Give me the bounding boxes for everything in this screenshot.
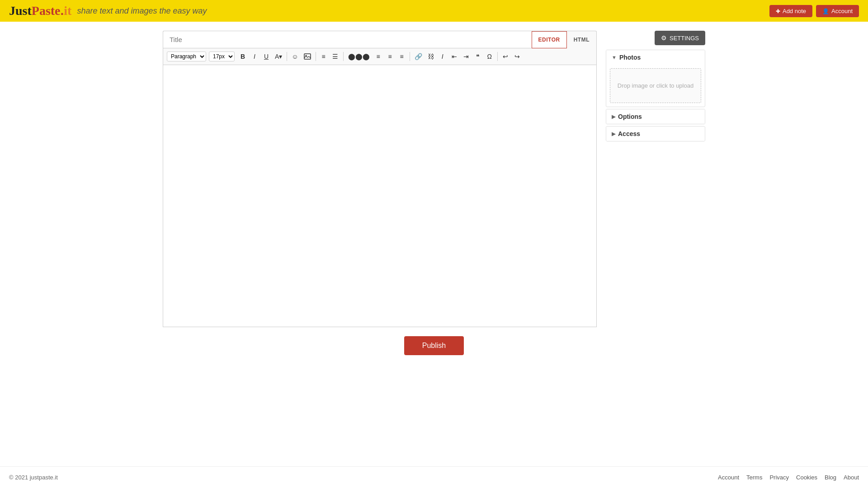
numbered-list-button[interactable]: ☰ bbox=[330, 51, 341, 62]
tab-editor[interactable]: EDITOR bbox=[532, 31, 567, 48]
toolbar-separator-2 bbox=[316, 52, 316, 61]
underline-button[interactable]: U bbox=[261, 51, 272, 62]
copyright: © 2021 justpaste.it bbox=[9, 474, 58, 481]
footer-links: Account Terms Privacy Cookies Blog About bbox=[718, 474, 859, 481]
redo-button[interactable]: ↪ bbox=[512, 51, 523, 62]
indent-increase-button[interactable]: ⇥ bbox=[461, 51, 472, 62]
logo: JustPaste.it bbox=[9, 4, 71, 18]
footer: © 2021 justpaste.it Account Terms Privac… bbox=[0, 466, 868, 488]
publish-area: Publish bbox=[163, 336, 705, 355]
footer-link-cookies[interactable]: Cookies bbox=[796, 474, 817, 481]
footer-link-blog[interactable]: Blog bbox=[825, 474, 836, 481]
plus-icon bbox=[776, 8, 780, 14]
chevron-right-icon-options: ▶ bbox=[612, 114, 615, 120]
options-label: Options bbox=[618, 113, 642, 120]
clear-format-button[interactable]: Ω bbox=[484, 51, 495, 62]
publish-button[interactable]: Publish bbox=[404, 336, 464, 355]
font-size-select[interactable]: 17px bbox=[209, 52, 235, 61]
footer-link-about[interactable]: About bbox=[844, 474, 859, 481]
italic2-button[interactable]: I bbox=[437, 51, 448, 62]
align-right-button[interactable]: ≡ bbox=[385, 51, 396, 62]
text-color-button[interactable]: A▾ bbox=[273, 51, 284, 62]
photos-label: Photos bbox=[619, 54, 641, 61]
toolbar-separator-4 bbox=[410, 52, 410, 61]
tab-html[interactable]: HTML bbox=[567, 31, 596, 48]
photos-drop-text: Drop image or click to upload bbox=[618, 82, 693, 89]
editor-container: EDITOR HTML Paragraph 17px B I U A▾ ☺ bbox=[163, 31, 705, 327]
sidebar-section-options: ▶ Options bbox=[606, 109, 705, 124]
footer-link-privacy[interactable]: Privacy bbox=[769, 474, 789, 481]
link-button[interactable]: 🔗 bbox=[412, 51, 425, 62]
header: JustPaste.it share text and images the e… bbox=[0, 0, 868, 22]
access-section-header[interactable]: ▶ Access bbox=[606, 127, 705, 141]
unlink-button[interactable]: ⛓ bbox=[425, 51, 436, 62]
add-note-button[interactable]: Add note bbox=[769, 5, 812, 17]
image-button[interactable] bbox=[302, 51, 313, 62]
sidebar-section-access: ▶ Access bbox=[606, 126, 705, 141]
editor-body[interactable] bbox=[163, 65, 597, 327]
toolbar-separator-5 bbox=[497, 52, 498, 61]
logo-paste: Paste bbox=[32, 4, 61, 18]
indent-decrease-button[interactable]: ⇤ bbox=[449, 51, 460, 62]
footer-link-terms[interactable]: Terms bbox=[746, 474, 762, 481]
chevron-right-icon-access: ▶ bbox=[612, 131, 615, 137]
sidebar: SETTINGS ▼ Photos Drop image or click to… bbox=[606, 31, 705, 143]
emoji-button[interactable]: ☺ bbox=[289, 51, 300, 62]
undo-button[interactable]: ↩ bbox=[500, 51, 511, 62]
sidebar-section-photos: ▼ Photos Drop image or click to upload bbox=[606, 50, 705, 107]
footer-link-account[interactable]: Account bbox=[718, 474, 739, 481]
paragraph-select[interactable]: Paragraph bbox=[167, 52, 206, 61]
align-justify-button[interactable]: ≡ bbox=[396, 51, 407, 62]
logo-just: Just bbox=[9, 4, 32, 18]
bullet-list-button[interactable]: ≡ bbox=[318, 51, 329, 62]
editor-panel: EDITOR HTML Paragraph 17px B I U A▾ ☺ bbox=[163, 31, 597, 327]
italic-button[interactable]: I bbox=[249, 51, 260, 62]
toolbar-separator-1 bbox=[287, 52, 287, 61]
settings-button[interactable]: SETTINGS bbox=[655, 31, 705, 45]
account-button[interactable]: Account bbox=[816, 5, 859, 17]
svg-rect-0 bbox=[304, 54, 311, 59]
align-center-button[interactable]: ≡ bbox=[373, 51, 384, 62]
photos-section-header[interactable]: ▼ Photos bbox=[606, 50, 705, 65]
access-label: Access bbox=[618, 130, 640, 137]
toolbar-separator-3 bbox=[343, 52, 344, 61]
photos-drop-zone[interactable]: Drop image or click to upload bbox=[610, 68, 701, 103]
user-icon bbox=[822, 8, 829, 14]
header-actions: Add note Account bbox=[769, 5, 859, 17]
bold-button[interactable]: B bbox=[237, 51, 248, 62]
options-section-header[interactable]: ▶ Options bbox=[606, 109, 705, 124]
align-left-button[interactable]: ⬤⬤⬤ bbox=[346, 51, 372, 62]
toolbar: Paragraph 17px B I U A▾ ☺ bbox=[163, 48, 597, 65]
tagline: share text and images the easy way bbox=[77, 6, 207, 16]
title-input[interactable] bbox=[163, 31, 532, 48]
logo-area: JustPaste.it share text and images the e… bbox=[9, 4, 207, 18]
gear-icon bbox=[661, 34, 667, 42]
blockquote-button[interactable]: ❝ bbox=[472, 51, 483, 62]
chevron-down-icon: ▼ bbox=[612, 55, 617, 60]
main-content: EDITOR HTML Paragraph 17px B I U A▾ ☺ bbox=[0, 22, 868, 466]
logo-it: it bbox=[64, 4, 71, 18]
